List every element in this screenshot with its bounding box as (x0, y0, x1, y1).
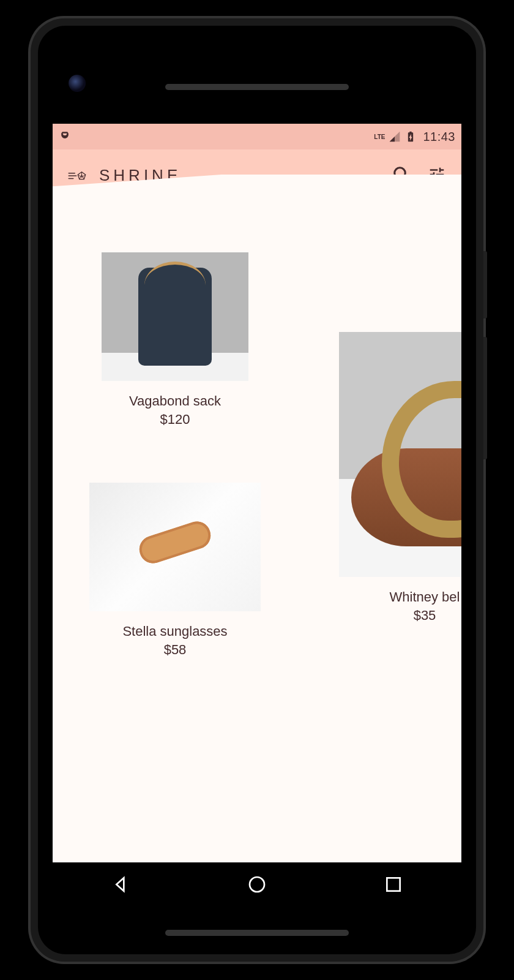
product-name: Whitney bel (339, 589, 461, 605)
product-card[interactable]: Whitney bel $35 (339, 332, 461, 624)
phone-frame: LTE 11:43 (31, 18, 483, 962)
clock: 11:43 (423, 130, 455, 144)
product-image-sunglasses (89, 483, 261, 611)
product-grid[interactable]: Vagabond sack $120 Stella sunglasses $58… (53, 209, 461, 862)
volume-button (483, 337, 487, 459)
debug-icon (59, 129, 71, 145)
svg-rect-7 (387, 878, 400, 891)
power-button (483, 251, 487, 318)
speaker-top (165, 84, 349, 90)
product-card[interactable]: Vagabond sack $120 (89, 252, 261, 428)
appbar: SHRINE (53, 149, 461, 211)
recent-apps-button[interactable] (384, 875, 403, 897)
backdrop-cut (53, 175, 461, 211)
front-camera (69, 75, 86, 92)
phone-bezel: LTE 11:43 (38, 26, 476, 954)
android-navbar (53, 862, 461, 908)
screen: LTE 11:43 (53, 124, 461, 862)
product-price: $120 (89, 412, 261, 428)
svg-point-6 (250, 877, 264, 892)
status-bar: LTE 11:43 (53, 124, 461, 149)
product-image-belt (339, 332, 461, 577)
network-label: LTE (374, 134, 385, 140)
product-card[interactable]: Stella sunglasses $58 (89, 483, 261, 658)
product-name: Stella sunglasses (89, 624, 261, 639)
product-image-backpack (102, 252, 248, 381)
speaker-bottom (165, 930, 349, 936)
back-button[interactable] (111, 875, 130, 897)
home-button[interactable] (247, 875, 267, 897)
battery-charging-icon (404, 130, 417, 143)
product-price: $58 (89, 642, 261, 658)
signal-icon (389, 130, 401, 143)
product-price: $35 (339, 608, 461, 624)
product-name: Vagabond sack (89, 393, 261, 409)
